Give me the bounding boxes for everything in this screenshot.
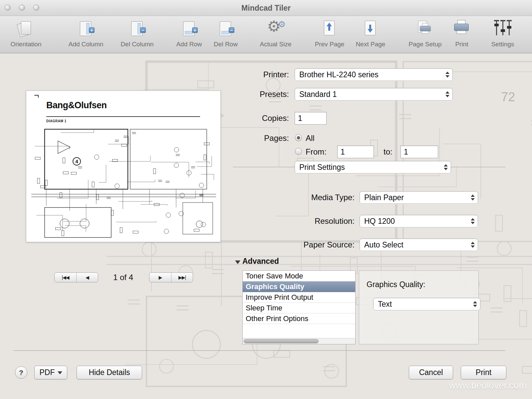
preview-diagram-label: DIAGRAM 1 bbox=[46, 119, 67, 123]
print-icon bbox=[451, 19, 472, 40]
window-title: Mindcad Tiler bbox=[0, 0, 532, 16]
paper-source-label: Paper Source: bbox=[260, 238, 355, 251]
print-preview: Bang&Olufsen DIAGRAM 1 4 bbox=[26, 91, 221, 242]
pdf-button-label: PDF bbox=[40, 368, 55, 377]
pages-all-radio[interactable] bbox=[295, 134, 302, 141]
print-button[interactable]: Print bbox=[461, 366, 506, 379]
pages-all-label: All bbox=[306, 132, 315, 145]
list-item-graphics-quality[interactable]: Graphics Quality bbox=[243, 281, 355, 292]
print-settings-pane-select[interactable]: Print Settings bbox=[295, 161, 451, 174]
list-item-toner-save-mode[interactable]: Toner Save Mode bbox=[243, 271, 355, 281]
dropdown-arrows-icon bbox=[445, 72, 449, 78]
dropdown-arrows-icon bbox=[471, 242, 475, 248]
graphics-quality-value: Text bbox=[378, 298, 470, 310]
presets-label: Presets: bbox=[200, 88, 289, 101]
prev-page-icon bbox=[319, 19, 340, 40]
paper-source-value: Auto Select bbox=[364, 239, 468, 251]
preview-rule bbox=[46, 116, 200, 117]
pages-to-input[interactable] bbox=[400, 146, 438, 158]
settings-icon bbox=[492, 19, 513, 40]
presets-select[interactable]: Standard 1 bbox=[295, 88, 453, 101]
page-indicator: 1 of 4 bbox=[102, 272, 145, 282]
list-item-other-print-options[interactable]: Other Print Options bbox=[243, 313, 355, 324]
dropdown-arrows-icon bbox=[473, 301, 477, 307]
page-setup-icon bbox=[414, 19, 436, 40]
horizontal-scrollbar-thumb[interactable] bbox=[244, 339, 319, 343]
bottom-separator bbox=[13, 350, 505, 351]
first-page-button[interactable]: |◀◀ bbox=[55, 273, 76, 282]
graphics-quality-select[interactable]: Text bbox=[373, 298, 480, 310]
actual-size-icon bbox=[265, 19, 286, 40]
pages-range-radio[interactable] bbox=[295, 148, 302, 155]
advanced-disclosure-icon[interactable] bbox=[235, 260, 240, 264]
advanced-options-list: Toner Save Mode Graphics Quality Improve… bbox=[242, 270, 356, 344]
presets-value: Standard 1 bbox=[299, 88, 442, 100]
schematic-drawing bbox=[26, 124, 221, 242]
print-dialog: 72 Bang&Olufsen DIAGRAM 1 4 |◀◀ ◀ 1 of 4… bbox=[0, 53, 532, 399]
help-button[interactable]: ? bbox=[15, 366, 27, 379]
media-type-select[interactable]: Plain Paper bbox=[360, 191, 478, 204]
list-item-sleep-time[interactable]: Sleep Time bbox=[243, 303, 355, 313]
copies-label: Copies: bbox=[200, 112, 289, 125]
printer-value: Brother HL-2240 series bbox=[299, 69, 442, 81]
crop-mark bbox=[34, 95, 39, 98]
app-window: Mindcad Tiler Orientation Add Column Del… bbox=[0, 0, 532, 399]
pages-from-input[interactable] bbox=[337, 146, 374, 158]
paper-source-select[interactable]: Auto Select bbox=[360, 238, 478, 251]
next-page-button[interactable]: ▶ bbox=[149, 273, 171, 282]
printer-select[interactable]: Brother HL-2240 series bbox=[295, 68, 453, 81]
pages-label: Pages: bbox=[200, 132, 289, 145]
dropdown-arrows-icon bbox=[471, 218, 475, 224]
page-nav-back-group: |◀◀ ◀ bbox=[54, 272, 98, 282]
graphics-quality-label: Graphics Quality: bbox=[367, 280, 425, 289]
toolbar-button-del-column[interactable]: Del Column bbox=[112, 19, 162, 52]
toolbar: Orientation Add Column Del Column Add Ro… bbox=[0, 16, 532, 53]
add-column-icon bbox=[75, 19, 97, 40]
toolbar-button-actual-size[interactable]: Actual Size bbox=[251, 19, 301, 52]
del-column-icon bbox=[127, 19, 148, 40]
toolbar-button-orientation[interactable]: Orientation bbox=[1, 19, 51, 52]
add-row-icon bbox=[178, 19, 200, 40]
toolbar-button-settings[interactable]: Settings bbox=[478, 19, 528, 52]
print-settings-pane-value: Print Settings bbox=[299, 161, 441, 173]
graphics-quality-panel: Graphics Quality: Text bbox=[359, 270, 479, 344]
list-item-improve-print-output[interactable]: Improve Print Output bbox=[243, 292, 355, 303]
schematic-circled-number: 4 bbox=[73, 157, 81, 166]
dropdown-arrows-icon bbox=[445, 91, 449, 97]
toolbar-button-next-page[interactable]: Next Page bbox=[346, 19, 396, 52]
titlebar: Mindcad Tiler bbox=[0, 0, 532, 16]
resolution-select[interactable]: HQ 1200 bbox=[360, 215, 478, 227]
dropdown-arrows-icon bbox=[444, 164, 448, 170]
toolbar-button-del-row[interactable]: Del Row bbox=[201, 19, 251, 52]
prev-page-button[interactable]: ◀ bbox=[76, 273, 98, 282]
toolbar-button-add-column[interactable]: Add Column bbox=[61, 19, 111, 52]
del-row-icon bbox=[215, 19, 236, 40]
pages-from-label: From: bbox=[306, 146, 327, 158]
pages-to-label: to: bbox=[384, 146, 393, 158]
background-page-number: 72 bbox=[501, 90, 515, 104]
cancel-button[interactable]: Cancel bbox=[409, 366, 453, 379]
hide-details-button[interactable]: Hide Details bbox=[77, 366, 142, 379]
advanced-label[interactable]: Advanced bbox=[242, 256, 279, 266]
pdf-button[interactable]: PDF bbox=[34, 366, 67, 379]
watermark: www.beolover.com bbox=[449, 380, 527, 391]
page-nav-forward-group: ▶ ▶▶| bbox=[149, 272, 193, 282]
last-page-button[interactable]: ▶▶| bbox=[171, 273, 193, 282]
preview-brand: Bang&Olufsen bbox=[46, 100, 107, 111]
resolution-label: Resolution: bbox=[260, 215, 355, 227]
horizontal-scrollbar bbox=[243, 338, 355, 344]
media-type-label: Media Type: bbox=[260, 191, 355, 204]
printer-label: Printer: bbox=[200, 68, 289, 81]
pdf-caret-icon bbox=[58, 371, 62, 374]
media-type-value: Plain Paper bbox=[364, 192, 468, 203]
copies-input[interactable] bbox=[295, 112, 327, 125]
next-page-icon bbox=[360, 19, 381, 40]
orientation-icon bbox=[15, 19, 37, 40]
resolution-value: HQ 1200 bbox=[364, 215, 468, 227]
dropdown-arrows-icon bbox=[471, 195, 475, 200]
